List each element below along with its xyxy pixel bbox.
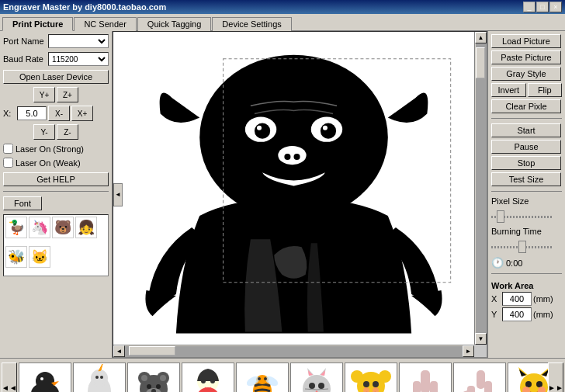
scroll-down-button[interactable]: ▼ — [475, 333, 487, 345]
burning-time-slider[interactable] — [491, 241, 553, 253]
thumbnail-10[interactable] — [508, 363, 548, 393]
laser-strong-checkbox[interactable] — [3, 144, 13, 154]
strip-next-button[interactable]: ►► — [548, 363, 563, 393]
load-picture-button[interactable]: Load Picture — [491, 34, 561, 48]
x-value-input[interactable] — [17, 106, 47, 120]
thumbnail-6[interactable] — [290, 363, 343, 393]
thumbnail-1[interactable] — [19, 363, 71, 393]
tab-device-settings[interactable]: Device Settings — [212, 17, 291, 31]
font-item-1[interactable]: 🦆 — [5, 217, 27, 238]
flip-button[interactable]: Flip — [528, 83, 563, 97]
clear-pixle-button[interactable]: Clear Pixle — [491, 99, 561, 113]
work-area-x-row: X (mm) — [491, 292, 562, 306]
strip-prev-button[interactable]: ◄◄ — [2, 363, 17, 393]
svg-rect-82 — [484, 381, 492, 392]
gray-style-button[interactable]: Gray Style — [491, 67, 561, 81]
invert-flip-row: Invert Flip — [491, 83, 562, 97]
z-minus-button[interactable]: Z- — [57, 124, 78, 140]
tab-quick-tagging[interactable]: Quick Tagging — [137, 17, 212, 31]
laser-weak-checkbox[interactable] — [3, 158, 13, 168]
main-content: Port Name Baud Rate 115200 Open Laser De… — [0, 31, 565, 358]
vertical-scrollbar[interactable]: ▲ ▼ — [474, 32, 487, 345]
panel-collapse-arrow[interactable]: ◄ — [113, 183, 123, 206]
test-size-button[interactable]: Test Size — [491, 172, 561, 186]
thumbnail-8[interactable] — [399, 363, 452, 393]
svg-point-15 — [199, 55, 388, 220]
scroll-thumb-h[interactable] — [129, 346, 175, 356]
burning-time-slider-container[interactable] — [491, 239, 560, 255]
svg-point-35 — [95, 376, 99, 379]
scroll-track-h[interactable] — [125, 346, 463, 357]
thumbnail-3[interactable] — [127, 363, 180, 393]
start-button[interactable]: Start — [491, 123, 561, 137]
work-y-unit: (mm) — [533, 310, 553, 319]
x-plus-button[interactable]: X+ — [71, 106, 93, 121]
close-button[interactable]: × — [549, 2, 562, 12]
svg-point-18 — [255, 123, 270, 139]
x-minus-button[interactable]: X- — [48, 106, 70, 121]
work-y-label: Y — [491, 310, 501, 319]
font-item-3[interactable]: 🐻 — [52, 217, 74, 238]
scroll-up-button[interactable]: ▲ — [475, 32, 487, 43]
svg-point-50 — [210, 379, 215, 383]
svg-point-24 — [294, 154, 300, 160]
port-name-select[interactable] — [48, 34, 109, 48]
scroll-left-button[interactable]: ◄ — [113, 345, 125, 357]
drawing-canvas[interactable] — [113, 32, 474, 345]
work-x-input[interactable] — [502, 292, 532, 306]
pixel-size-slider[interactable] — [491, 210, 553, 223]
pixel-size-slider-container[interactable] — [491, 209, 560, 224]
burning-time-label: Burning Time — [491, 227, 562, 236]
svg-point-66 — [379, 370, 391, 383]
font-item-5[interactable]: 🐝 — [5, 246, 27, 268]
title-text: Engraver Master by diy8000.taobao.com — [3, 2, 166, 12]
minimize-button[interactable]: _ — [523, 2, 536, 12]
svg-point-88 — [536, 381, 542, 387]
font-item-4[interactable]: 👧 — [75, 217, 97, 238]
thumbnail-2[interactable] — [73, 363, 126, 393]
right-panel: Load Picture Paste Picture Gray Style In… — [487, 31, 565, 358]
font-preview-area: 🦆 🦄 🐻 👧 🐝 🐱 — [3, 214, 109, 276]
font-item-6[interactable]: 🐱 — [29, 246, 50, 268]
port-name-label: Port Name — [3, 36, 46, 46]
title-bar: Engraver Master by diy8000.taobao.com _ … — [0, 0, 565, 14]
baud-rate-label: Baud Rate — [3, 54, 46, 64]
svg-point-36 — [100, 376, 103, 379]
y-minus-button[interactable]: Y- — [33, 124, 55, 140]
svg-point-61 — [309, 383, 315, 389]
laser-strong-row: Laser On (Strong) — [3, 144, 109, 154]
work-y-input[interactable] — [502, 307, 532, 321]
maximize-button[interactable]: □ — [536, 2, 549, 12]
thumbnail-5[interactable] — [236, 363, 289, 393]
svg-point-44 — [147, 384, 151, 389]
svg-point-29 — [40, 377, 43, 380]
pause-button[interactable]: Pause — [491, 140, 561, 154]
paste-picture-button[interactable]: Paste Picture — [491, 50, 561, 64]
svg-rect-80 — [477, 370, 485, 389]
font-button[interactable]: Font — [3, 196, 42, 210]
time-display: 0:00 — [506, 258, 522, 268]
laser-weak-row: Laser On (Weak) — [3, 158, 109, 168]
tab-nc-sender[interactable]: NC Sender — [74, 17, 136, 31]
svg-point-49 — [201, 379, 206, 383]
baud-rate-select[interactable]: 115200 — [48, 52, 109, 66]
z-plus-button[interactable]: Z+ — [57, 87, 78, 102]
svg-point-41 — [141, 375, 147, 381]
stop-button[interactable]: Stop — [491, 156, 561, 170]
y-plus-button[interactable]: Y+ — [33, 87, 55, 102]
scroll-track-v[interactable] — [476, 43, 487, 333]
thumbnail-9[interactable] — [453, 363, 506, 393]
horizontal-scrollbar[interactable]: ◄ ► — [113, 345, 474, 357]
pixel-size-label: Pixel Size — [491, 196, 562, 206]
scroll-thumb-v[interactable] — [476, 47, 485, 78]
thumbnail-7[interactable] — [345, 363, 397, 393]
invert-button[interactable]: Invert — [491, 83, 526, 97]
scroll-right-button[interactable]: ► — [463, 345, 474, 357]
clock-icon: 🕐 — [491, 257, 504, 269]
title-bar-buttons[interactable]: _ □ × — [523, 2, 562, 12]
open-laser-device-button[interactable]: Open Laser Device — [3, 70, 109, 84]
thumbnail-4[interactable] — [182, 363, 234, 393]
font-item-2[interactable]: 🦄 — [29, 217, 50, 238]
get-help-button[interactable]: Get HELP — [3, 172, 109, 186]
tab-print-picture[interactable]: Print Picture — [2, 17, 73, 31]
